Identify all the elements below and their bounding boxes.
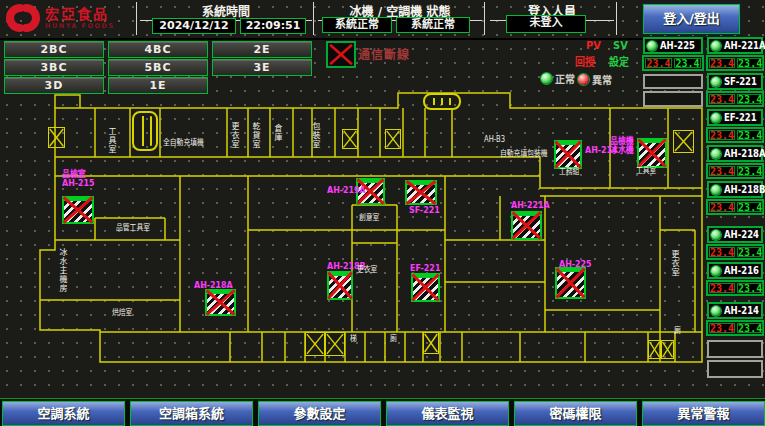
header-separator <box>313 2 314 35</box>
login-logout-button[interactable]: 登入/登出 <box>643 4 740 34</box>
plan-unit-icon[interactable] <box>405 180 437 205</box>
plan-unit-icon[interactable] <box>327 271 353 300</box>
pv-value: 23.4 <box>645 58 672 68</box>
unit-values: 23.423.4 <box>642 55 704 71</box>
room-label: 倉庫 <box>273 124 281 142</box>
nav-button-meter-monitor[interactable]: 儀表監視 <box>386 401 509 426</box>
room-label: 工務組 <box>559 168 579 176</box>
unit-button-ah-216[interactable]: AH-216 <box>707 262 763 279</box>
chiller-status-box: 系統正常 <box>322 17 392 33</box>
sv-value: 23.4 <box>737 323 763 333</box>
plan-unit-label: SF-221 <box>409 206 440 215</box>
nav-button-param-settings[interactable]: 參數設定 <box>258 401 381 426</box>
unit-button-ef-221[interactable]: EF-221 <box>707 109 763 126</box>
stair-icon <box>48 127 65 148</box>
sv-value: 23.4 <box>674 58 701 68</box>
room-label: 包裝室 <box>311 122 319 149</box>
plan-unit-label: AH-219A <box>327 186 366 195</box>
floor-button-2bc[interactable]: 2BC <box>4 41 104 58</box>
unit-lamp-icon <box>647 41 657 51</box>
empty-slot <box>643 74 703 89</box>
unit-name-label: AH-214 <box>724 305 759 316</box>
empty-slot <box>707 340 763 358</box>
unit-button-sf-221[interactable]: SF-221 <box>707 73 763 90</box>
unit-name-label: AH-218A <box>724 148 765 159</box>
header: 宏亞食品 HUNYA FOODS 系統時間 2024/12/12 22:09:5… <box>0 0 765 40</box>
room-label: 乾貨室 <box>251 122 259 149</box>
pv-value: 23.4 <box>709 247 735 257</box>
floor-button-3bc[interactable]: 3BC <box>4 59 104 76</box>
room-label: 更衣室 <box>230 122 238 149</box>
unit-lamp-icon <box>711 306 721 316</box>
abnormal-lamp-label: 異常 <box>592 72 612 87</box>
unit-button-ah-221a[interactable]: AH-221A <box>707 37 763 54</box>
stair-icon <box>648 340 661 359</box>
header-separator <box>484 2 485 35</box>
pv-value: 23.4 <box>709 130 735 140</box>
plan-unit-icon[interactable] <box>411 273 440 302</box>
plan-unit-icon[interactable] <box>62 196 94 224</box>
nav-button-alarm-report[interactable]: 異常警報 <box>642 401 765 426</box>
floor-button-3e[interactable]: 3E <box>212 59 312 76</box>
unit-lamp-icon <box>711 113 721 123</box>
floor-button-5bc[interactable]: 5BC <box>108 59 208 76</box>
plan-unit-label: 品檢機冰水機 <box>610 137 634 155</box>
nav-button-ac-system[interactable]: 空調系統 <box>2 401 125 426</box>
room-label: 更衣室 <box>670 250 678 277</box>
lift-icon <box>423 93 461 110</box>
system-date-box: 2024/12/12 <box>152 18 236 34</box>
unit-button-ah-214[interactable]: AH-214 <box>707 302 763 319</box>
unit-button-ah-218a[interactable]: AH-218A <box>707 145 763 162</box>
floor-button-1e[interactable]: 1E <box>108 77 208 94</box>
unit-button-ah-224[interactable]: AH-224 <box>707 226 763 243</box>
plan-unit-icon[interactable] <box>637 138 667 168</box>
room-label: 創意室 <box>359 214 379 222</box>
stair-icon <box>673 130 694 153</box>
room-label: 廁 <box>390 335 397 343</box>
abnormal-lamp-legend: 異常 <box>578 72 612 87</box>
ahu-status-box: 系統正常 <box>396 17 470 33</box>
floor-button-4bc[interactable]: 4BC <box>108 41 208 58</box>
plan-unit-icon[interactable] <box>554 140 582 169</box>
nav-button-ahu-system[interactable]: 空調箱系統 <box>130 401 253 426</box>
plan-unit-icon[interactable] <box>511 211 542 240</box>
sv-value: 23.4 <box>737 130 763 140</box>
room-label: 冰水主機房 <box>58 248 66 293</box>
unit-lamp-icon <box>711 230 721 240</box>
unit-lamp-icon <box>711 266 721 276</box>
unit-lamp-icon <box>711 149 721 159</box>
room-label: AH-B3 <box>484 136 505 144</box>
unit-lamp-icon <box>711 185 721 195</box>
room-label: 廁 <box>674 327 681 335</box>
unit-button-ah-218b[interactable]: AH-218B <box>707 181 763 198</box>
unit-values: 23.423.4 <box>706 199 764 215</box>
floor-button-2e[interactable]: 2E <box>212 41 312 58</box>
sv-value: 23.4 <box>737 58 763 68</box>
nav-button-password-auth[interactable]: 密碼權限 <box>514 401 637 426</box>
room-label: 全自動充填機 <box>163 139 204 147</box>
unit-name-label: AH-221A <box>724 40 765 51</box>
login-status-box: 未登入 <box>506 15 586 33</box>
sv-value: 23.4 <box>737 202 763 212</box>
plan-unit-icon[interactable] <box>555 267 586 299</box>
room-label: 更衣室 <box>357 266 377 274</box>
stair-icon <box>305 332 325 356</box>
room-label: 工具室 <box>107 127 115 154</box>
unit-name-label: AH-218B <box>724 184 765 195</box>
stair-icon <box>423 332 439 354</box>
room-label: 工具室 <box>636 167 656 175</box>
room-label: 烘焙室 <box>112 309 132 317</box>
plan-unit-label: EF-221 <box>410 264 440 273</box>
lift-icon <box>132 111 158 151</box>
floor-button-3d[interactable]: 3D <box>4 77 104 94</box>
unit-values: 23.423.4 <box>706 280 764 296</box>
empty-slot <box>707 360 763 378</box>
unit-name-label: AH-216 <box>724 265 759 276</box>
unit-button-ah-225[interactable]: AH-225 <box>643 37 703 54</box>
plan-unit-icon[interactable] <box>205 289 236 316</box>
abnormal-lamp-icon <box>578 74 589 85</box>
plan-unit-label: AH-225 <box>559 260 592 269</box>
stair-icon <box>385 129 401 149</box>
plan-unit-label: AH-218A <box>194 281 233 290</box>
unit-lamp-icon <box>711 77 721 87</box>
